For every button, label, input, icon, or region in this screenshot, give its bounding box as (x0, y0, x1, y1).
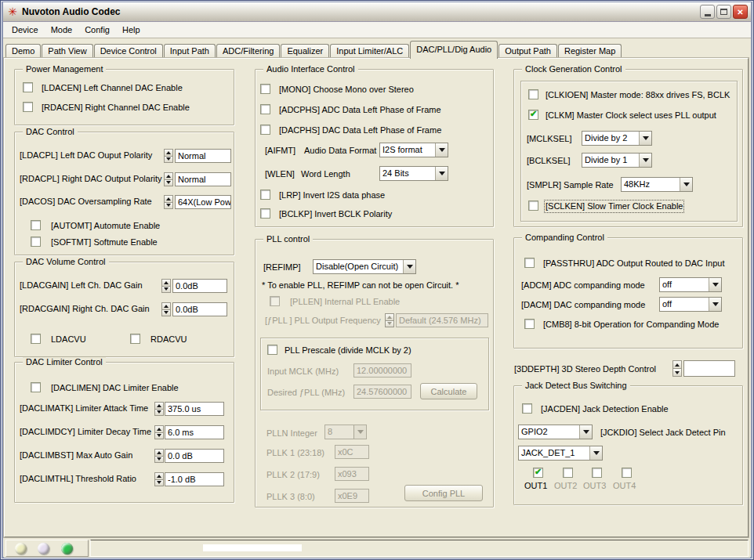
bclkp-checkbox[interactable] (260, 208, 270, 219)
daclimen-checkbox[interactable] (31, 382, 41, 392)
daclimbst-label: [DACLIMBST] Max Auto Gain (20, 450, 132, 461)
rdacen-label: [RDACEN] Right Channel DAC Enable (42, 103, 190, 113)
adcphs-checkbox[interactable] (260, 104, 270, 114)
out1-checkbox[interactable] (533, 468, 543, 478)
fpll-label: [ƒPLL ] PLL Output Frequency (265, 316, 381, 326)
tab-demo[interactable]: Demo (5, 44, 41, 59)
out3-checkbox[interactable] (592, 468, 602, 478)
adcm-combo[interactable]: off (659, 277, 722, 292)
menu-mode[interactable]: Mode (45, 23, 78, 36)
menu-help[interactable]: Help (117, 23, 146, 36)
clkioen-checkbox[interactable] (528, 89, 538, 99)
menu-device[interactable]: Device (6, 23, 44, 36)
dacphs-checkbox[interactable] (260, 125, 270, 135)
chevron-down-icon[interactable] (639, 154, 651, 167)
tab-path-view[interactable]: Path View (42, 44, 92, 59)
daclimbst-field[interactable]: 0.0 dB (165, 449, 224, 463)
dacm-combo[interactable]: off (659, 297, 722, 312)
daclimthl-field[interactable]: -1.0 dB (165, 472, 224, 486)
sclken-checkbox[interactable] (528, 201, 538, 211)
wlen-combo[interactable]: 24 Bits (379, 166, 448, 181)
maximize-button[interactable] (716, 5, 731, 19)
tab-adc-filtering[interactable]: ADC/Filtering (216, 44, 280, 59)
chevron-down-icon[interactable] (680, 178, 692, 191)
tab-dac-pll-dig-audio[interactable]: DAC/PLL/Dig Audio (410, 41, 498, 59)
ldacgain-spinner[interactable] (161, 279, 171, 293)
rdacvu-checkbox[interactable] (130, 334, 140, 344)
ldacen-checkbox[interactable] (23, 82, 33, 92)
tab-input-limiter-alc[interactable]: Input Limiter/ALC (330, 44, 409, 59)
ldacpl-field[interactable]: Normal (175, 149, 231, 163)
wlen-tag: [WLEN] (265, 169, 295, 179)
pllk1-label: PLLK 1 (23:18) (266, 448, 324, 458)
rdacpl-field[interactable]: Normal (175, 172, 231, 186)
chevron-down-icon[interactable] (709, 278, 721, 291)
bclksel-combo[interactable]: Divide by 1 (582, 153, 652, 168)
daclimatk-field[interactable]: 375.0 us (165, 402, 224, 416)
softmt-label: [SOFTMT] Softmute Enable (51, 237, 158, 247)
daclimatk-spinner[interactable] (154, 402, 164, 416)
out1-label: OUT1 (524, 481, 547, 491)
tab-register-map[interactable]: Register Map (558, 44, 622, 59)
chevron-down-icon[interactable] (579, 425, 592, 439)
daclimbst-spinner[interactable] (154, 449, 164, 463)
menu-config[interactable]: Config (79, 23, 115, 36)
calculate-button[interactable]: Calculate (420, 383, 477, 399)
out2-checkbox[interactable] (563, 468, 573, 478)
ldacvu-checkbox[interactable] (31, 334, 41, 344)
mclksel-combo[interactable]: Divide by 2 (582, 131, 652, 146)
dacos-spinner[interactable] (164, 195, 173, 209)
jack-det-combo[interactable]: JACK_DET_1 (518, 446, 603, 461)
softmt-checkbox[interactable] (31, 237, 41, 247)
smplr-combo[interactable]: 48KHz (621, 177, 693, 192)
chevron-down-icon[interactable] (435, 143, 448, 157)
passthru-checkbox[interactable] (524, 258, 535, 268)
jack-detect-group: Jack Detect Bus Switching [JACDEN] Jack … (513, 385, 743, 505)
rdacen-checkbox[interactable] (23, 102, 33, 112)
depth3d-spinner[interactable] (672, 360, 682, 377)
title-bar[interactable]: ✳ Nuvoton Audio Codec ✕ (3, 2, 751, 22)
clkm-label: [CLKM] Master Clock select uses PLL outp… (546, 110, 716, 121)
close-button[interactable]: ✕ (733, 5, 748, 19)
daclimen-label: [DACLIMEN] DAC Limiter Enable (51, 383, 179, 393)
out4-checkbox[interactable] (622, 468, 632, 478)
chevron-down-icon[interactable] (639, 132, 651, 145)
daclimthl-spinner[interactable] (154, 472, 164, 486)
pll-prescale-checkbox[interactable] (267, 345, 277, 355)
cmb8-checkbox[interactable] (524, 319, 535, 329)
clkm-checkbox[interactable] (528, 110, 538, 120)
dacos-field[interactable]: 64X(Low Pow (175, 195, 231, 209)
config-pll-button[interactable]: Config PLL (404, 485, 483, 501)
passthru-label: [PASSTHRU] ADC Output Routed to DAC Inpu… (543, 258, 725, 269)
tab-output-path[interactable]: Output Path (498, 44, 557, 59)
ldacpl-spinner[interactable] (164, 149, 173, 163)
automt-checkbox[interactable] (31, 220, 41, 230)
jacden-label: [JACDEN] Jack Detection Enable (541, 404, 669, 414)
chevron-down-icon[interactable] (589, 446, 602, 460)
aifmt-combo[interactable]: I2S format (379, 143, 448, 157)
depth3d-field[interactable] (683, 360, 735, 377)
bclksel-tag: [BCLKSEL] (527, 156, 571, 166)
minimize-button[interactable] (700, 5, 715, 19)
tab-input-path[interactable]: Input Path (164, 44, 216, 59)
lrp-checkbox[interactable] (260, 190, 270, 200)
rdacgain-field[interactable]: 0.0dB (172, 302, 227, 316)
gpio-combo[interactable]: GPIO2 (518, 425, 593, 439)
rdacpl-spinner[interactable] (164, 172, 173, 186)
dac-limiter-group: DAC Limiter Control [DACLIMEN] DAC Limit… (14, 362, 234, 503)
pllk1-field: x0C (335, 445, 369, 459)
ldacgain-field[interactable]: 0.0dB (172, 279, 227, 293)
chevron-down-icon[interactable] (403, 260, 415, 273)
daclimdcy-spinner[interactable] (154, 425, 164, 439)
chevron-down-icon[interactable] (435, 167, 448, 180)
tab-equalizer[interactable]: Equalizer (281, 44, 329, 59)
rdacgain-spinner[interactable] (161, 302, 171, 316)
refimp-combo[interactable]: Disable(Open Circuit) (313, 259, 416, 274)
status-led-3 (61, 543, 73, 555)
mono-checkbox[interactable] (260, 84, 270, 94)
tab-device-control[interactable]: Device Control (94, 44, 163, 59)
chevron-down-icon[interactable] (709, 298, 721, 311)
daclimdcy-field[interactable]: 6.0 ms (165, 425, 224, 439)
jack-detect-title: Jack Detect Bus Switching (522, 381, 630, 390)
jacden-checkbox[interactable] (522, 403, 532, 414)
